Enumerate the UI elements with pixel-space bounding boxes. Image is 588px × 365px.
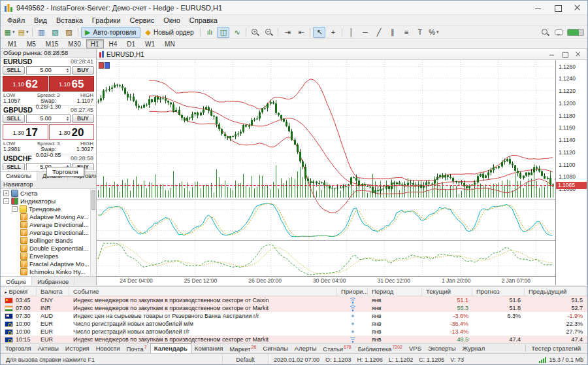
chart-restore-button[interactable] <box>561 51 568 58</box>
menu-window[interactable]: Окно <box>159 16 185 25</box>
vertical-line-button[interactable]: │ <box>345 27 357 38</box>
connection-button[interactable] <box>566 27 585 38</box>
spinner-down-icon[interactable]: ▼ <box>66 70 69 73</box>
tab-bottom-company[interactable]: Компания <box>191 343 226 353</box>
tab-bottom-alerts[interactable]: Алерты <box>291 343 319 353</box>
maximize-button[interactable] <box>548 1 568 14</box>
expand-toggle-icon[interactable]: + <box>3 190 9 196</box>
tf-w1-button[interactable]: W1 <box>140 39 159 48</box>
tf-m1-button[interactable]: M1 <box>3 39 22 48</box>
tree-indicators[interactable]: −Индикаторы <box>1 197 90 205</box>
col-actual[interactable]: Текущий <box>422 287 472 296</box>
navigator-scrollbar[interactable] <box>90 189 96 276</box>
col-previous[interactable]: Предыдущий <box>525 287 587 296</box>
tree-adaptive-moving-average[interactable]: ƒAdaptive Moving Av... <box>1 213 90 220</box>
search-button[interactable] <box>539 27 551 38</box>
buy-button[interactable]: BUY <box>72 114 94 123</box>
scrollbar-thumb[interactable] <box>91 190 95 210</box>
tree-fractal-adaptive-ma[interactable]: ƒFractal Adaptive Mo... <box>1 260 90 268</box>
tree-average-directional-movement[interactable]: ƒAverage Directional... <box>1 220 90 228</box>
tab-bottom-news[interactable]: Новости <box>93 343 123 353</box>
col-period[interactable]: Период <box>368 287 422 296</box>
strategy-tester-tab[interactable]: Тестер стратегий <box>525 345 586 352</box>
tab-bottom-mail[interactable]: Почта7 <box>123 343 150 353</box>
expand-toggle-icon[interactable]: − <box>12 206 18 212</box>
menu-charts[interactable]: Графики <box>88 16 125 25</box>
buy-button[interactable]: BUY <box>72 66 94 75</box>
market-watch-eurusd[interactable]: EURUSD08:28:41SELL5.00▲▼BUY1.10621.1065L… <box>1 58 96 106</box>
zoom-out-button[interactable]: − <box>263 27 275 38</box>
zoom-in-button[interactable]: + <box>249 27 261 38</box>
col-priority[interactable]: Приори... <box>337 287 368 296</box>
market-watch-gbpusd[interactable]: GBPUSD08:27:45SELL5.00▲▼BUY1.30171.3020L… <box>1 106 96 154</box>
tree-bollinger-bands[interactable]: ƒBollinger Bands <box>1 236 90 244</box>
calendar-row[interactable]: 07:00INRИндекс менеджеров по закупкам в … <box>1 304 587 312</box>
tab-bottom-assets[interactable]: Активы <box>35 343 62 353</box>
line-chart-button[interactable]: ∿ <box>231 27 243 38</box>
bid-price-button[interactable]: 1.1062 <box>3 76 48 92</box>
autotrading-button[interactable]: ▶Авто-торговля <box>81 27 140 38</box>
col-time[interactable]: ▸Время <box>1 287 37 296</box>
horizontal-line-button[interactable]: ─ <box>359 27 371 38</box>
col-forecast[interactable]: Прогноз <box>472 287 525 296</box>
time-axis[interactable]: 24 Dec 04:0025 Dec 12:0026 Dec 20:0030 D… <box>97 276 555 285</box>
tab-bottom-history[interactable]: История <box>62 343 93 353</box>
tree-folder-trend[interactable]: −Трендовые <box>1 205 90 213</box>
tree-ichimoku[interactable]: ƒIchimoku Kinko Hy... <box>1 268 90 275</box>
tab-bottom-vps[interactable]: VPS <box>406 343 425 353</box>
calendar-row[interactable]: 03:45CNYИндекс менеджеров по закупкам в … <box>1 296 587 304</box>
tree-envelopes[interactable]: ƒEnvelopes <box>1 252 90 260</box>
tf-mn-button[interactable]: MN <box>160 39 180 48</box>
close-button[interactable] <box>568 1 587 14</box>
new-order-button[interactable]: ◆Новый ордер <box>142 27 198 38</box>
fibonacci-button[interactable]: ≡ <box>400 27 412 38</box>
menu-help[interactable]: Справка <box>185 16 222 25</box>
calendar-row[interactable]: 10:00EURЧисло регистраций новых автомоби… <box>1 328 587 336</box>
price-axis[interactable]: 1.12601.12401.12201.12001.11801.11601.11… <box>555 60 587 285</box>
tab-bottom-calendar[interactable]: Календарь <box>150 343 191 353</box>
tab-bottom-journal[interactable]: Журнал <box>459 343 489 353</box>
bid-price-button[interactable]: 1.3017 <box>3 124 48 140</box>
calendar-row[interactable]: 07:30AUDИндекс цен на сырьевые товары от… <box>1 312 587 320</box>
tab-favorites[interactable]: Избранное <box>32 277 74 285</box>
tab-bottom-articles[interactable]: Статьи678 <box>319 343 354 353</box>
toolbox-toggle-button[interactable]: ▨ <box>63 27 75 38</box>
tab-bottom-signals[interactable]: Сигналы <box>259 343 291 353</box>
cursor-button[interactable]: ↖ <box>313 27 325 38</box>
price-chart[interactable] <box>97 60 557 277</box>
crosshair-button[interactable]: + <box>327 27 339 38</box>
tf-m30-button[interactable]: M30 <box>63 39 85 48</box>
minimize-button[interactable] <box>529 1 548 14</box>
tf-h1-button[interactable]: H1 <box>86 39 104 48</box>
expand-toggle-icon[interactable]: − <box>3 198 9 204</box>
sell-button[interactable]: SELL <box>3 66 25 75</box>
tree-double-exponential-ma[interactable]: ƒDouble Exponential... <box>1 244 90 252</box>
spinner-down-icon[interactable]: ▼ <box>66 118 69 122</box>
trendline-button[interactable]: ╱ <box>372 27 385 38</box>
tab-common[interactable]: Общие <box>1 277 32 285</box>
tab-symbols[interactable]: Символы <box>1 172 37 181</box>
menu-tools[interactable]: Сервис <box>125 16 159 25</box>
tab-bottom-trade[interactable]: Торговля <box>2 343 35 353</box>
profiles-button[interactable]: ▤▾ <box>17 27 29 38</box>
autoscroll-button[interactable]: ⇥ <box>281 27 293 38</box>
calendar-row[interactable]: 10:15EURИндекс менеджеров по закупкам в … <box>1 336 587 343</box>
tf-d1-button[interactable]: D1 <box>122 39 140 48</box>
tree-accounts[interactable]: +Счета <box>1 189 90 197</box>
menu-view[interactable]: Вид <box>29 16 52 25</box>
channel-button[interactable]: ∥ <box>386 27 399 38</box>
status-profile[interactable]: Default <box>223 354 269 365</box>
data-window-button[interactable]: ▥ <box>35 27 48 38</box>
tf-m15-button[interactable]: M15 <box>41 39 63 48</box>
objects-button[interactable]: %▾ <box>427 27 440 38</box>
sell-button[interactable]: SELL <box>3 114 25 123</box>
tf-h4-button[interactable]: H4 <box>105 39 122 48</box>
calendar-row[interactable]: 10:00EURЧисло регистраций новых автомоби… <box>1 320 587 328</box>
chart-minimize-button[interactable] <box>548 51 555 58</box>
chart-close-button[interactable] <box>574 51 581 58</box>
tab-bottom-experts[interactable]: Эксперты <box>425 343 459 353</box>
menu-file[interactable]: Файл <box>3 16 29 25</box>
candle-chart-button[interactable]: ◫ <box>217 27 229 38</box>
tree-average-directional-wilder[interactable]: ƒAverage Directional... <box>1 228 90 236</box>
text-button[interactable]: T <box>414 27 426 38</box>
